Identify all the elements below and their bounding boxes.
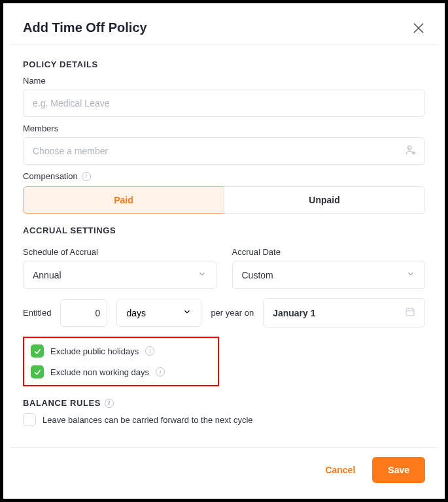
chevron-down-icon [406,269,415,280]
compensation-paid-button[interactable]: Paid [23,186,224,214]
modal-title: Add Time Off Policy [23,20,147,35]
exclude-holidays-row: Exclude public holidays i [31,344,210,358]
schedule-label: Schedule of Accrual [23,247,216,257]
close-icon [412,22,425,35]
members-label: Members [23,124,425,133]
close-button[interactable] [412,22,425,35]
carry-forward-row: Leave balances can be carried forward to… [23,413,425,426]
members-input[interactable] [23,137,425,165]
entitled-label: Entitled [23,308,51,318]
chevron-down-icon [182,307,192,318]
save-button[interactable]: Save [372,457,425,483]
schedule-value: Annual [33,270,61,280]
exclude-nonworking-checkbox[interactable] [31,365,44,378]
info-icon[interactable]: i [145,346,154,356]
exclude-holidays-label: Exclude public holidays [50,346,139,356]
cancel-button[interactable]: Cancel [313,457,367,483]
carry-forward-checkbox[interactable] [23,413,36,426]
add-user-icon [404,143,417,159]
accrual-date-mode-select[interactable]: Custom [232,261,426,289]
per-year-label: per year on [211,308,254,318]
info-icon[interactable]: i [82,172,91,181]
compensation-label: Compensation i [23,171,425,181]
modal-add-time-off-policy: Add Time Off Policy POLICY DETAILS Name … [10,10,438,492]
carry-forward-label: Leave balances can be carried forward to… [43,415,253,425]
exclude-nonworking-row: Exclude non working days i [31,365,210,378]
schedule-select[interactable]: Annual [23,261,216,289]
section-policy-details: POLICY DETAILS [23,59,425,69]
accrual-date-picker[interactable]: January 1 [263,298,425,327]
section-balance-rules: BALANCE RULES i [23,398,425,408]
modal-footer: Cancel Save [10,447,438,492]
exclude-holidays-checkbox[interactable] [31,344,44,358]
svg-rect-5 [406,309,414,316]
balance-rules-title-text: BALANCE RULES [23,398,101,408]
accrual-date-mode-value: Custom [242,270,273,280]
check-icon [33,347,42,356]
check-icon [33,368,42,376]
compensation-label-text: Compensation [23,171,78,181]
info-icon[interactable]: i [156,367,165,376]
exclusion-options-highlight: Exclude public holidays i Exclude non wo… [23,337,219,386]
modal-header: Add Time Off Policy [10,10,438,45]
info-icon[interactable]: i [105,399,114,408]
exclude-nonworking-label: Exclude non working days [50,367,149,377]
svg-point-2 [408,146,411,149]
unit-select[interactable]: days [116,299,201,327]
entitled-input[interactable] [60,299,107,327]
name-label: Name [23,76,425,86]
modal-body: POLICY DETAILS Name Members Compensation… [10,45,438,447]
compensation-toggle: Paid Unpaid [23,186,425,214]
calendar-icon [405,307,415,319]
policy-name-input[interactable] [23,90,425,117]
section-accrual-settings: ACCRUAL SETTINGS [23,226,425,235]
unit-value: days [126,308,146,318]
compensation-unpaid-button[interactable]: Unpaid [224,186,425,214]
accrual-date-value: January 1 [273,308,315,318]
accrual-date-label: Accrual Date [232,247,426,257]
chevron-down-icon [198,269,207,280]
